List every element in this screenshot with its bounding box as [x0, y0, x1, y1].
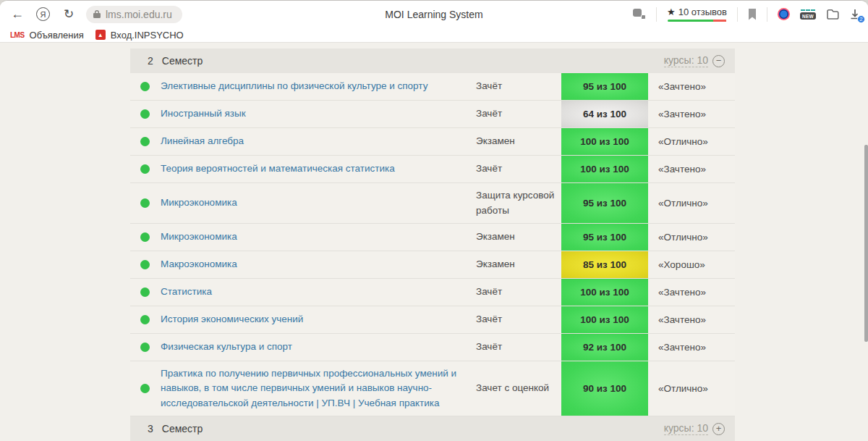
assessment-type: Зачёт	[476, 106, 561, 121]
status-dot-icon	[140, 109, 150, 119]
score-badge: 95 из 100	[561, 224, 648, 251]
table-row: Практика по получению первичных професси…	[130, 361, 735, 416]
status-dot-icon	[140, 82, 150, 91]
lms-page: 2 Семестр курсы: 10 − Элективные дисципл…	[0, 43, 868, 441]
divider	[737, 7, 738, 22]
extension-circle-icon[interactable]	[778, 8, 790, 20]
score-badge: 100 из 100	[561, 156, 648, 182]
assessment-type: Зачёт	[476, 312, 561, 327]
course-link[interactable]: Линейная алгебра	[159, 130, 476, 153]
score-badge: 92 из 100	[561, 334, 648, 361]
grade-text: «Зачтено»	[648, 109, 735, 119]
score-badge: 100 из 100	[561, 279, 648, 306]
camera-new-icon[interactable]: NEW	[800, 12, 816, 20]
score-badge: 95 из 100	[561, 73, 648, 100]
lock-icon	[93, 9, 101, 19]
course-link[interactable]: Физическая культура и спорт	[159, 335, 476, 358]
table-row: Линейная алгебра Экзамен 100 из 100 «Отл…	[130, 128, 735, 156]
course-link[interactable]: Иностранный язык	[159, 102, 476, 125]
semester-number: 3	[148, 423, 153, 434]
star-icon: ★	[667, 7, 676, 17]
table-row: Физическая культура и спорт Зачёт 92 из …	[130, 334, 735, 361]
yandex-icon[interactable]: Я	[36, 7, 50, 21]
bookmark-inpsycho[interactable]: ▲ Вход.INPSYCHO	[93, 30, 187, 41]
courses-count-link[interactable]: курсы: 10	[664, 422, 708, 435]
divider	[656, 7, 657, 22]
bookmark-label[interactable]: Вход.INPSYCHO	[111, 30, 184, 41]
chat-bubbles-icon[interactable]	[633, 9, 646, 20]
course-link[interactable]: Микроэкономика	[159, 225, 476, 248]
bookmarks-bar: LMS Объявления ▲ Вход.INPSYCHO	[0, 28, 868, 43]
score-badge: 90 из 100	[561, 361, 648, 416]
grade-text: «Зачтено»	[648, 314, 735, 325]
course-link[interactable]: Элективные дисциплины по физической куль…	[159, 75, 476, 98]
scrollbar-thumb[interactable]	[864, 145, 868, 342]
back-icon[interactable]: ←	[7, 7, 27, 22]
collapse-icon[interactable]: −	[712, 55, 725, 67]
course-link[interactable]: История экономических учений	[159, 308, 476, 331]
semester-3-header: 3 Семестр курсы: 10 +	[130, 416, 735, 441]
assessment-type: Экзамен	[476, 257, 561, 272]
score-badge: 95 из 100	[561, 183, 648, 223]
course-link[interactable]: Макроэкономика	[159, 253, 476, 276]
course-link[interactable]: Микроэкономика	[159, 191, 476, 214]
bookmark-label[interactable]: Объявления	[30, 30, 84, 41]
score-badge: 100 из 100	[561, 306, 648, 333]
lms-logo-icon: LMS	[10, 31, 25, 39]
grade-text: «Отлично»	[648, 136, 735, 147]
semester-number: 2	[148, 55, 153, 67]
score-badge: 64 из 100	[561, 101, 648, 127]
semester-table: 2 Семестр курсы: 10 − Элективные дисципл…	[130, 49, 735, 441]
bookmark-announcements[interactable]: LMS Объявления	[7, 30, 87, 41]
url-text[interactable]: lms.moi.edu.ru	[106, 9, 172, 20]
grade-text: «Зачтено»	[648, 81, 735, 92]
browser-toolbar: ← Я ↻ lms.moi.edu.ru MOI Learning System…	[0, 1, 868, 28]
assessment-type: Зачёт	[476, 285, 561, 299]
semester-label: Семестр	[162, 55, 203, 67]
browser-window: ← Я ↻ lms.moi.edu.ru MOI Learning System…	[0, 0, 868, 441]
table-row: Макроэкономика Экзамен 85 из 100 «Хорошо…	[130, 251, 735, 279]
refresh-icon[interactable]: ↻	[59, 7, 79, 22]
assessment-type: Защита курсовой работы	[476, 188, 561, 218]
grade-text: «Отлично»	[648, 198, 735, 209]
table-row: Теория вероятностей и математическая ста…	[130, 156, 735, 183]
assessment-type: Зачёт	[476, 79, 561, 93]
status-dot-icon	[140, 343, 150, 352]
expand-icon[interactable]: +	[712, 423, 725, 435]
semester-label: Семестр	[162, 423, 203, 434]
status-dot-icon	[140, 315, 150, 324]
course-link[interactable]: Статистика	[159, 280, 476, 303]
assessment-type: Зачёт	[476, 161, 561, 176]
toolbar-right-icons: ★ 10 отзывов NEW 2	[633, 7, 861, 22]
status-dot-icon	[140, 232, 150, 242]
course-link[interactable]: Практика по получению первичных професси…	[159, 362, 476, 415]
bookmark-flag-icon[interactable]	[748, 9, 757, 20]
assessment-type: Зачёт	[476, 340, 561, 354]
grade-text: «Хорошо»	[648, 259, 735, 270]
assessment-type: Экзамен	[476, 134, 561, 148]
assessment-type: Экзамен	[476, 230, 561, 244]
assessment-type: Зачет с оценкой	[476, 381, 561, 395]
score-badge: 100 из 100	[561, 128, 648, 155]
grade-text: «Зачтено»	[648, 342, 735, 353]
table-row: История экономических учений Зачёт 100 и…	[130, 306, 735, 334]
reviews-label[interactable]: 10 отзывов	[678, 7, 727, 17]
site-reviews[interactable]: ★ 10 отзывов	[667, 7, 727, 22]
table-row: Микроэкономика Экзамен 95 из 100 «Отличн…	[130, 224, 735, 251]
status-dot-icon	[140, 137, 150, 146]
table-row: Микроэкономика Защита курсовой работы 95…	[130, 183, 735, 224]
course-link[interactable]: Теория вероятностей и математическая ста…	[159, 157, 476, 180]
download-count-badge: 2	[857, 15, 865, 23]
status-dot-icon	[140, 287, 150, 297]
courses-count-link[interactable]: курсы: 10	[664, 54, 708, 67]
collections-icon[interactable]	[826, 9, 839, 20]
rating-bar	[668, 20, 727, 22]
grade-text: «Отлично»	[648, 383, 735, 394]
status-dot-icon	[140, 198, 150, 208]
address-bar[interactable]: lms.moi.edu.ru	[86, 6, 182, 23]
status-dot-icon	[140, 164, 150, 174]
grade-text: «Зачтено»	[648, 164, 735, 175]
grade-text: «Отлично»	[648, 232, 735, 243]
downloads-icon[interactable]: 2	[849, 9, 861, 20]
inpsycho-logo-icon: ▲	[95, 30, 106, 40]
